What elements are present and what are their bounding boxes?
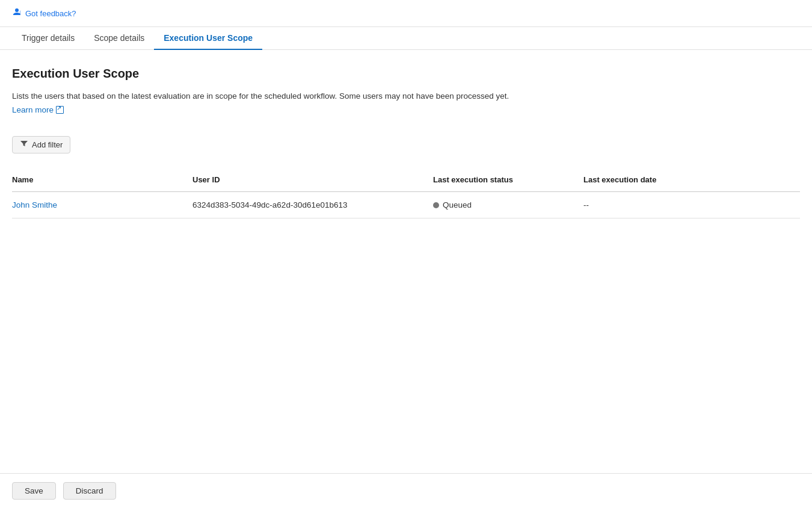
feedback-link[interactable]: Got feedback? [12, 7, 76, 19]
main-content: Execution User Scope Lists the users tha… [0, 50, 812, 473]
description-text: Lists the users that based on the latest… [12, 90, 800, 102]
cell-user-id: 6324d383-5034-49dc-a62d-30d61e01b613 [192, 198, 433, 212]
table-container: Name User ID Last execution status Last … [12, 168, 800, 218]
learn-more-link[interactable]: Learn more [12, 105, 64, 114]
tabs-bar: Trigger details Scope details Execution … [0, 27, 812, 50]
tab-trigger-details[interactable]: Trigger details [12, 27, 84, 50]
column-header-last-execution-date: Last execution date [583, 173, 764, 187]
tab-execution-user-scope[interactable]: Execution User Scope [154, 27, 262, 50]
cell-name: John Smithe [12, 198, 192, 212]
user-name-link[interactable]: John Smithe [12, 200, 57, 209]
bottom-bar: Save Discard [0, 473, 812, 508]
table-row: John Smithe 6324d383-5034-49dc-a62d-30d6… [12, 192, 800, 218]
column-header-name: Name [12, 173, 192, 187]
add-filter-label: Add filter [32, 140, 63, 149]
filter-section: Add filter [12, 136, 800, 153]
column-header-user-id: User ID [192, 173, 433, 187]
cell-last-execution-date: -- [583, 198, 764, 212]
feedback-label: Got feedback? [25, 9, 76, 18]
page-title: Execution User Scope [12, 67, 800, 81]
learn-more-label: Learn more [12, 105, 54, 114]
filter-icon [20, 140, 28, 150]
cell-last-execution-status: Queued [433, 198, 583, 212]
save-button[interactable]: Save [12, 482, 56, 500]
status-dot [433, 202, 439, 208]
discard-button[interactable]: Discard [63, 482, 116, 500]
external-link-icon [56, 106, 64, 114]
top-bar: Got feedback? [0, 0, 812, 27]
status-label: Queued [443, 200, 472, 209]
table-header: Name User ID Last execution status Last … [12, 168, 800, 192]
tab-scope-details[interactable]: Scope details [84, 27, 154, 50]
feedback-person-icon [12, 7, 22, 19]
column-header-last-execution-status: Last execution status [433, 173, 583, 187]
add-filter-button[interactable]: Add filter [12, 136, 70, 153]
